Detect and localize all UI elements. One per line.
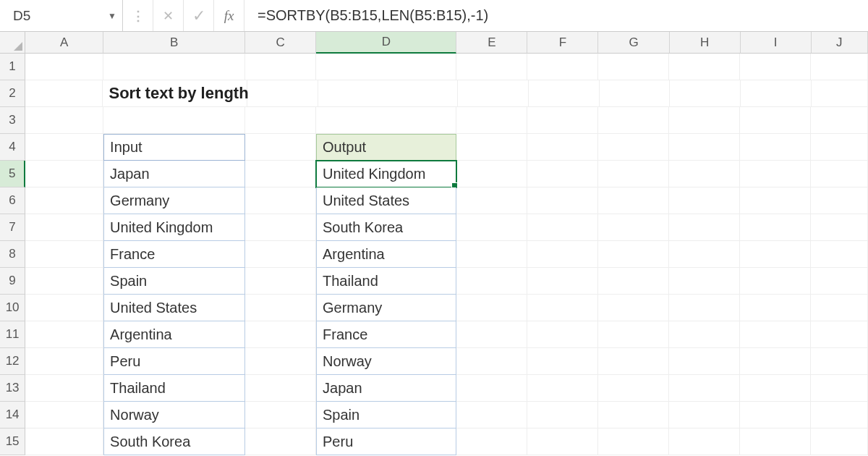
row-head-11[interactable]: 11 — [0, 321, 25, 348]
cell-C6[interactable] — [245, 187, 316, 214]
cancel-formula-icon[interactable]: ✕ — [153, 0, 184, 31]
cell-A6[interactable] — [25, 187, 103, 214]
cell-E12[interactable] — [456, 348, 527, 375]
row-head-1[interactable]: 1 — [0, 54, 25, 80]
cell-G11[interactable] — [598, 321, 669, 348]
cell-J2[interactable] — [812, 80, 868, 107]
cell-G9[interactable] — [598, 268, 669, 295]
cell-C10[interactable] — [245, 295, 316, 321]
cell-D3[interactable] — [316, 107, 456, 134]
input-cell[interactable]: Norway — [103, 402, 245, 428]
cell-I6[interactable] — [740, 187, 811, 214]
cell-F9[interactable] — [527, 268, 598, 295]
cell-H10[interactable] — [669, 295, 740, 321]
col-head-A[interactable]: A — [25, 32, 103, 54]
cell-I11[interactable] — [740, 321, 811, 348]
output-cell[interactable]: Japan — [316, 375, 456, 402]
cell-F1[interactable] — [527, 54, 598, 80]
cell-H6[interactable] — [669, 187, 740, 214]
cell-H5[interactable] — [669, 161, 740, 187]
cell-A4[interactable] — [25, 134, 103, 161]
row-head-12[interactable]: 12 — [0, 348, 25, 375]
name-box-dropdown-icon[interactable]: ▼ — [108, 11, 116, 21]
cell-I1[interactable] — [740, 54, 811, 80]
cell-F8[interactable] — [527, 241, 598, 268]
cell-A11[interactable] — [25, 321, 103, 348]
cell-E7[interactable] — [456, 214, 527, 241]
select-all-corner[interactable] — [0, 32, 25, 54]
cell-G8[interactable] — [598, 241, 669, 268]
cell-J11[interactable] — [811, 321, 868, 348]
cell-F2[interactable] — [529, 80, 600, 107]
cell-J9[interactable] — [811, 268, 868, 295]
cell-E3[interactable] — [456, 107, 527, 134]
cell-E6[interactable] — [456, 187, 527, 214]
cell-J14[interactable] — [811, 402, 868, 428]
cell-C12[interactable] — [245, 348, 316, 375]
cell-E5[interactable] — [456, 161, 527, 187]
output-cell-selected[interactable]: United Kingdom — [316, 161, 456, 187]
cell-G6[interactable] — [598, 187, 669, 214]
cell-G13[interactable] — [598, 375, 669, 402]
cell-G15[interactable] — [598, 428, 669, 455]
cell-C14[interactable] — [245, 402, 316, 428]
name-box-container[interactable]: D5 ▼ — [0, 0, 123, 31]
input-cell[interactable]: Germany — [103, 187, 245, 214]
cell-C8[interactable] — [245, 241, 316, 268]
col-head-I[interactable]: I — [741, 32, 812, 54]
cell-A7[interactable] — [25, 214, 103, 241]
cell-C7[interactable] — [245, 214, 316, 241]
cell-G12[interactable] — [598, 348, 669, 375]
cell-F13[interactable] — [527, 375, 598, 402]
cell-E10[interactable] — [456, 295, 527, 321]
cell-H7[interactable] — [669, 214, 740, 241]
cell-J1[interactable] — [811, 54, 868, 80]
cell-C1[interactable] — [245, 54, 316, 80]
cell-H14[interactable] — [669, 402, 740, 428]
col-head-D[interactable]: D — [316, 32, 456, 54]
cell-C13[interactable] — [245, 375, 316, 402]
cell-E1[interactable] — [456, 54, 527, 80]
col-head-C[interactable]: C — [245, 32, 316, 54]
input-header[interactable]: Input — [103, 134, 245, 161]
input-cell[interactable]: United States — [103, 295, 245, 321]
cell-F11[interactable] — [527, 321, 598, 348]
cell-J13[interactable] — [811, 375, 868, 402]
input-cell[interactable]: Argentina — [103, 321, 245, 348]
cell-A3[interactable] — [25, 107, 103, 134]
output-header[interactable]: Output — [316, 134, 456, 161]
row-head-4[interactable]: 4 — [0, 134, 25, 161]
cell-F3[interactable] — [527, 107, 598, 134]
cell-E9[interactable] — [456, 268, 527, 295]
cell-J10[interactable] — [811, 295, 868, 321]
cell-I10[interactable] — [740, 295, 811, 321]
col-head-H[interactable]: H — [670, 32, 741, 54]
row-head-14[interactable]: 14 — [0, 402, 25, 428]
cell-B3[interactable] — [103, 107, 245, 134]
cell-E11[interactable] — [456, 321, 527, 348]
cell-E13[interactable] — [456, 375, 527, 402]
cell-G10[interactable] — [598, 295, 669, 321]
output-cell[interactable]: Peru — [316, 428, 456, 455]
output-cell[interactable]: United States — [316, 187, 456, 214]
cell-A14[interactable] — [25, 402, 103, 428]
cell-I4[interactable] — [740, 134, 811, 161]
cell-I2[interactable] — [741, 80, 812, 107]
input-cell[interactable]: Spain — [103, 268, 245, 295]
insert-function-button[interactable]: fx — [214, 0, 244, 31]
input-cell[interactable]: France — [103, 241, 245, 268]
cell-H1[interactable] — [669, 54, 740, 80]
cell-G1[interactable] — [598, 54, 669, 80]
row-head-13[interactable]: 13 — [0, 375, 25, 402]
accept-formula-icon[interactable]: ✓ — [184, 0, 214, 31]
row-head-6[interactable]: 6 — [0, 187, 25, 214]
cell-H3[interactable] — [669, 107, 740, 134]
cell-H13[interactable] — [669, 375, 740, 402]
cell-H4[interactable] — [669, 134, 740, 161]
cell-F10[interactable] — [527, 295, 598, 321]
cell-H9[interactable] — [669, 268, 740, 295]
cell-D1[interactable] — [316, 54, 456, 80]
row-head-3[interactable]: 3 — [0, 107, 25, 134]
cell-J8[interactable] — [811, 241, 868, 268]
cell-F14[interactable] — [527, 402, 598, 428]
